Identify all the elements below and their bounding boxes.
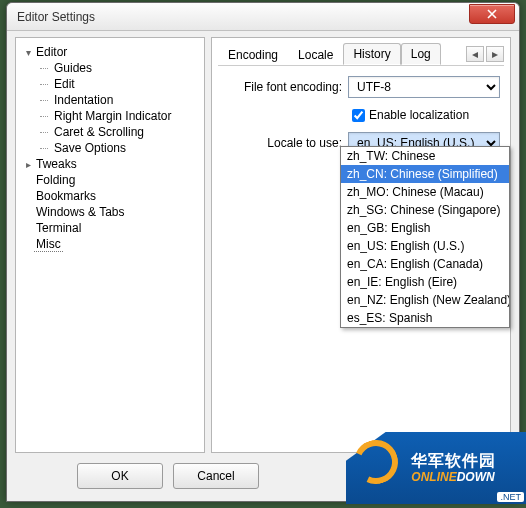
expand-arrow-icon[interactable]: ▾	[22, 47, 34, 58]
encoding-label: File font encoding:	[222, 80, 342, 94]
chevron-right-icon: ▸	[492, 47, 498, 61]
tab-prev-button[interactable]: ◂	[466, 46, 484, 62]
chevron-left-icon: ◂	[472, 47, 478, 61]
tree-node-misc[interactable]: Misc	[20, 236, 200, 253]
watermark-logo: 华军软件园 ONLINEDOWN .NET	[346, 432, 526, 504]
watermark-cn: 华军软件园	[411, 452, 496, 470]
tree-node-windows-tabs[interactable]: Windows & Tabs	[20, 204, 200, 220]
settings-window: Editor Settings ▾ Editor Guides Edit Ind…	[6, 2, 520, 502]
ok-button[interactable]: OK	[77, 463, 163, 489]
cancel-button[interactable]: Cancel	[173, 463, 259, 489]
locale-option[interactable]: zh_TW: Chinese	[341, 147, 509, 165]
tab-next-button[interactable]: ▸	[486, 46, 504, 62]
tree-item-caret-scrolling[interactable]: Caret & Scrolling	[38, 124, 200, 140]
tree-node-folding[interactable]: Folding	[20, 172, 200, 188]
window-title: Editor Settings	[17, 10, 469, 24]
category-tree[interactable]: ▾ Editor Guides Edit Indentation Right M…	[15, 37, 205, 453]
tree-item-indentation[interactable]: Indentation	[38, 92, 200, 108]
close-button[interactable]	[469, 4, 515, 24]
locale-option[interactable]: en_NZ: English (New Zealand)	[341, 291, 509, 309]
titlebar: Editor Settings	[7, 3, 519, 31]
locale-option[interactable]: en_US: English (U.S.)	[341, 237, 509, 255]
settings-panel: Encoding Locale History Log ◂ ▸ File fon…	[211, 37, 511, 453]
encoding-select[interactable]: UTF-8	[348, 76, 500, 98]
encoding-row: File font encoding: UTF-8	[222, 76, 500, 98]
expand-arrow-icon[interactable]: ▸	[22, 159, 34, 170]
locale-dropdown-list[interactable]: zh_TW: Chinese zh_CN: Chinese (Simplifie…	[340, 146, 510, 328]
watermark-en: ONLINEDOWN	[411, 469, 496, 484]
localization-row: Enable localization	[352, 108, 500, 122]
locale-option[interactable]: en_GB: English	[341, 219, 509, 237]
locale-option[interactable]: en_IE: English (Eire)	[341, 273, 509, 291]
tree-item-save-options[interactable]: Save Options	[38, 140, 200, 156]
tab-nav: ◂ ▸	[466, 46, 504, 62]
tab-log[interactable]: Log	[401, 43, 441, 65]
tree-node-bookmarks[interactable]: Bookmarks	[20, 188, 200, 204]
locale-option[interactable]: es_ES: Spanish	[341, 309, 509, 327]
content-area: ▾ Editor Guides Edit Indentation Right M…	[7, 31, 519, 501]
locale-option[interactable]: zh_MO: Chinese (Macau)	[341, 183, 509, 201]
locale-option[interactable]: zh_SG: Chinese (Singapore)	[341, 201, 509, 219]
tab-locale[interactable]: Locale	[288, 44, 343, 65]
enable-localization-checkbox[interactable]	[352, 109, 365, 122]
close-icon	[487, 9, 497, 19]
tree-label: Editor	[34, 45, 69, 59]
enable-localization-label: Enable localization	[369, 108, 469, 122]
tree-item-right-margin[interactable]: Right Margin Indicator	[38, 108, 200, 124]
tab-encoding[interactable]: Encoding	[218, 44, 288, 65]
tree-item-guides[interactable]: Guides	[38, 60, 200, 76]
locale-option[interactable]: zh_CN: Chinese (Simplified)	[341, 165, 509, 183]
locale-option[interactable]: en_CA: English (Canada)	[341, 255, 509, 273]
tree-node-editor[interactable]: ▾ Editor	[20, 44, 200, 60]
tree-children: Guides Edit Indentation Right Margin Ind…	[38, 60, 200, 156]
tab-history[interactable]: History	[343, 43, 400, 65]
panes: ▾ Editor Guides Edit Indentation Right M…	[7, 31, 519, 453]
tree-item-edit[interactable]: Edit	[38, 76, 200, 92]
tab-bar: Encoding Locale History Log ◂ ▸	[218, 42, 504, 66]
watermark-net: .NET	[497, 492, 524, 502]
locale-label: Locale to use:	[222, 136, 342, 150]
tree-node-terminal[interactable]: Terminal	[20, 220, 200, 236]
tree-node-tweaks[interactable]: ▸ Tweaks	[20, 156, 200, 172]
